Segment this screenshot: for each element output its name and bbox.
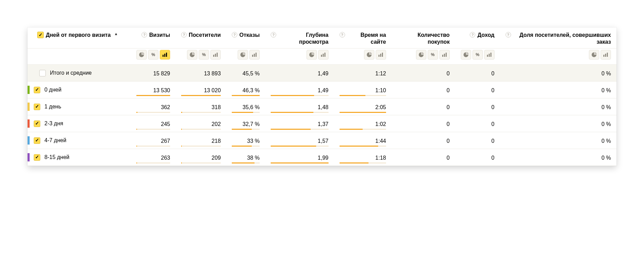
cell-visitors: 218 (176, 132, 226, 149)
cell-time: 2:05 (334, 98, 392, 115)
row-label[interactable]: 2-3 дня (44, 120, 63, 127)
cell-purchases: 0 (392, 115, 455, 132)
cell-visits: 15 829 (131, 65, 176, 82)
pct-toggle[interactable]: % (472, 50, 483, 60)
select-all-checkbox[interactable] (37, 32, 44, 38)
inline-bar-fill (340, 146, 378, 147)
col-header-time[interactable]: ?Время на сайте (334, 28, 392, 49)
bars-toggle[interactable] (601, 50, 611, 60)
col-header-bounce[interactable]: ?Отказы (226, 28, 265, 49)
row-checkbox[interactable] (34, 137, 40, 144)
row-label[interactable]: 8-15 дней (44, 154, 69, 160)
pie-toggle[interactable] (187, 50, 197, 60)
inline-bar-fill (340, 129, 363, 130)
pct-toggle[interactable]: % (199, 50, 209, 60)
svg-rect-8 (256, 53, 257, 57)
col-header-depth[interactable]: ?Глубина просмотра (265, 28, 334, 49)
col-header-revenue[interactable]: ?Доход (455, 28, 500, 49)
svg-rect-22 (605, 54, 606, 57)
pie-toggle[interactable] (461, 50, 471, 60)
help-icon[interactable]: ? (181, 32, 187, 38)
bars-toggle[interactable] (210, 50, 221, 60)
cell-value: 1,37 (271, 120, 329, 127)
inline-bar-track (181, 162, 221, 163)
pie-toggle[interactable] (416, 50, 426, 60)
cell-value: 0 (461, 103, 495, 110)
cell-visitors: 13 020 (176, 82, 226, 98)
col-label: Посетители (189, 32, 221, 39)
bars-toggle[interactable] (439, 50, 450, 60)
row-checkbox[interactable] (34, 154, 40, 161)
cell-value: 362 (136, 103, 170, 110)
svg-rect-17 (446, 53, 447, 57)
pct-toggle[interactable]: % (428, 50, 438, 60)
cell-bounce: 45,5 % (226, 65, 265, 82)
pie-toggle[interactable] (364, 50, 374, 60)
col-header-conv[interactable]: ?Доля посетителей, совершивших заказ (500, 28, 616, 49)
col-header-visitors[interactable]: ?Посетители (176, 28, 226, 49)
row-checkbox[interactable] (34, 120, 40, 127)
svg-rect-5 (217, 53, 218, 57)
row-label[interactable]: 4-7 дней (44, 137, 66, 144)
cell-purchases: 0 (392, 98, 455, 115)
table-row: 1 день36231835,6 %1,482:05000 % (28, 98, 616, 115)
cell-value: 0 (397, 137, 450, 144)
help-icon[interactable]: ? (506, 32, 511, 38)
pie-toggle[interactable] (307, 50, 317, 60)
cell-time: 1:12 (334, 65, 392, 82)
inline-bar-fill (136, 146, 137, 147)
inline-bar-track (136, 146, 170, 147)
svg-rect-1 (164, 54, 165, 57)
pie-toggle[interactable] (238, 50, 248, 60)
cell-value: 45,5 % (232, 69, 260, 77)
col-tools-purchases: % (392, 49, 455, 65)
svg-rect-4 (215, 54, 216, 57)
svg-rect-9 (321, 55, 322, 57)
cell-depth: 1,49 (265, 82, 334, 98)
help-icon[interactable]: ? (340, 32, 345, 38)
cell-value: 13 893 (181, 69, 221, 77)
cell-bounce: 33 % (226, 132, 265, 149)
bars-toggle[interactable] (160, 50, 170, 60)
row-label[interactable]: 0 дней (44, 87, 61, 93)
bars-toggle[interactable] (484, 50, 495, 60)
cell-value: 0 (461, 137, 495, 144)
pie-toggle[interactable] (589, 50, 599, 60)
help-icon[interactable]: ? (142, 32, 147, 38)
cell-conv: 0 % (500, 115, 616, 132)
col-tools-revenue: % (455, 49, 500, 65)
help-icon[interactable]: ? (271, 32, 276, 38)
cell-bounce: 35,6 % (226, 98, 265, 115)
svg-rect-20 (490, 53, 491, 57)
cell-value: 1:44 (340, 137, 386, 144)
cell-value: 1:18 (340, 154, 386, 161)
col-label: Отказы (239, 32, 260, 39)
pct-toggle[interactable]: % (148, 50, 158, 60)
row-checkbox[interactable] (39, 70, 46, 76)
cell-visits: 362 (131, 98, 176, 115)
cell-depth: 1,48 (265, 98, 334, 115)
col-label: Визиты (149, 32, 170, 39)
col-header-visits[interactable]: ?Визиты (131, 28, 176, 49)
table-row: 8-15 дней26320938 %1,991:18000 % (28, 149, 616, 166)
row-color-stripe (28, 103, 30, 111)
pie-toggle[interactable] (136, 50, 147, 60)
inline-bar-fill (181, 112, 182, 113)
inline-bar-fill (136, 162, 137, 163)
inline-bar-fill (181, 146, 182, 147)
cell-revenue: 0 (455, 65, 500, 82)
help-icon[interactable]: ? (232, 32, 237, 38)
col-header-purchases[interactable]: Количество покупок (392, 28, 455, 49)
bars-toggle[interactable] (318, 50, 329, 60)
bars-toggle[interactable] (249, 50, 260, 60)
help-icon[interactable]: ? (470, 32, 475, 38)
bars-toggle[interactable] (376, 50, 386, 60)
row-checkbox[interactable] (34, 87, 40, 93)
cell-time: 1:10 (334, 82, 392, 98)
row-label[interactable]: 1 день (44, 104, 61, 110)
cell-value: 1,49 (271, 69, 329, 77)
row-checkbox[interactable] (34, 104, 40, 110)
col-header-dim[interactable]: Дней от первого визита▲ (28, 28, 131, 49)
svg-rect-23 (607, 53, 608, 57)
inline-bar-fill (271, 112, 313, 113)
